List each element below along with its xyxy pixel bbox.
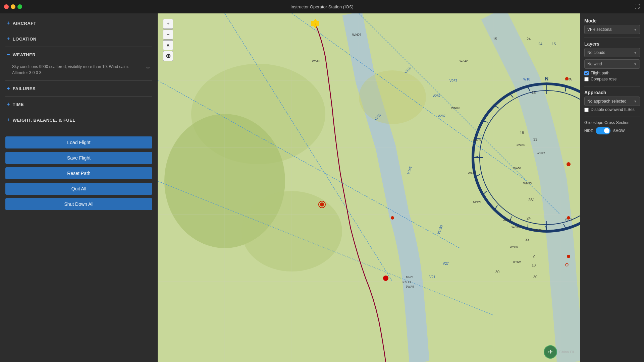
locate-button[interactable]: A	[163, 40, 173, 50]
glideslope-section: Glideslope Cross Section HIDE SHOW	[584, 120, 640, 134]
panel-divider-3	[584, 117, 640, 117]
svg-text:N: N	[545, 76, 548, 81]
failures-expand-icon: +	[7, 85, 10, 92]
weight-expand-icon: +	[7, 117, 10, 123]
svg-text:WN60: WN60	[533, 229, 542, 232]
svg-text:WA59: WA59	[512, 225, 520, 229]
clouds-dropdown[interactable]: No clouds ▼	[584, 48, 640, 57]
svg-text:V27: V27	[443, 262, 449, 265]
load-flight-button[interactable]: Load Flight	[5, 136, 152, 148]
hide-label: HIDE	[584, 129, 593, 133]
watermark-icon: ✈	[544, 345, 557, 359]
close-button[interactable]	[4, 4, 9, 9]
svg-rect-52	[311, 21, 319, 26]
svg-text:30: 30	[533, 275, 537, 279]
reset-path-button[interactable]: Reset Path	[5, 167, 152, 179]
sidebar-item-failures[interactable]: + FAILURES	[5, 83, 152, 94]
divider-aircraft	[5, 31, 152, 31]
weather-edit-icon[interactable]: ✏	[146, 64, 151, 72]
watermark-text: China Fli...	[559, 350, 577, 354]
map-area[interactable]: N 24 15	[158, 13, 580, 362]
sidebar-item-location[interactable]: + LOCATION	[5, 33, 152, 45]
location-expand-icon: +	[7, 36, 10, 42]
svg-text:24: 24	[538, 42, 542, 46]
mode-value: VFR sectional	[587, 27, 612, 32]
svg-text:WA42: WA42	[460, 59, 468, 63]
wind-dropdown[interactable]: No wind ▼	[584, 59, 640, 69]
map-canvas[interactable]: N 24 15	[158, 13, 580, 362]
save-flight-button[interactable]: Save Flight	[5, 152, 152, 164]
mode-dropdown[interactable]: VFR sectional ▼	[584, 25, 640, 34]
zoom-in-button[interactable]: +	[163, 19, 173, 29]
svg-text:18: 18	[520, 131, 524, 135]
expand-icon[interactable]: ⛶	[635, 4, 640, 10]
show-label: SHOW	[613, 129, 625, 133]
compass-rose-label: Compass rose	[591, 77, 616, 81]
svg-text:2WA4: 2WA4	[517, 143, 525, 146]
sidebar-item-time[interactable]: + TIME	[5, 99, 152, 110]
svg-text:24: 24	[527, 216, 531, 220]
wind-dropdown-arrow: ▼	[634, 62, 637, 66]
sidebar-item-weight[interactable]: + WEIGHT, BALANCE, & FUEL	[5, 114, 152, 126]
glideslope-toggle[interactable]	[596, 127, 610, 134]
time-expand-icon: +	[7, 101, 10, 107]
svg-text:MNC: MNC	[406, 276, 413, 279]
svg-text:KPWT: KPWT	[473, 200, 482, 203]
zoom-out-button[interactable]: −	[163, 29, 173, 40]
panel-divider-2	[584, 86, 640, 86]
svg-text:9WA9: 9WA9	[406, 285, 414, 288]
approach-dropdown[interactable]: No approach selected ▼	[584, 97, 640, 106]
weather-text: Sky conditions 9900 scattered, visibilit…	[12, 64, 146, 76]
flight-path-label: Flight path	[591, 71, 609, 75]
svg-text:15: 15	[552, 42, 556, 46]
disable-ils-checkbox[interactable]	[584, 108, 589, 112]
shut-down-all-button[interactable]: Shut Down All	[5, 198, 152, 210]
svg-point-103	[567, 255, 570, 258]
divider-weight	[5, 128, 152, 128]
svg-point-101	[567, 162, 571, 166]
weather-label: WEATHER	[13, 52, 36, 57]
svg-text:WN21: WN21	[352, 33, 362, 37]
svg-text:V21: V21	[429, 275, 435, 279]
compass-rose-checkbox[interactable]	[584, 77, 589, 81]
svg-text:33: 33	[525, 238, 529, 242]
svg-text:W10: W10	[523, 77, 530, 81]
svg-point-4	[359, 70, 426, 124]
sidebar-item-aircraft[interactable]: + AIRCRAFT	[5, 17, 152, 29]
mode-section: Mode VFR sectional ▼	[584, 18, 640, 34]
compass-rose-checkbox-row: Compass rose	[584, 77, 640, 81]
svg-point-102	[567, 216, 570, 220]
quit-all-button[interactable]: Quit All	[5, 183, 152, 195]
window-controls	[4, 4, 22, 9]
svg-point-100	[565, 77, 569, 80]
svg-text:V267: V267	[449, 79, 458, 83]
maximize-button[interactable]	[17, 4, 22, 9]
weather-expand-icon: −	[7, 52, 10, 58]
disable-ils-row: Disable downwind ILSes	[584, 107, 640, 112]
wind-value: No wind	[587, 62, 602, 66]
glideslope-title: Glideslope Cross Section	[584, 120, 640, 125]
approach-title: Approach	[584, 90, 640, 95]
titlebar: Instructor Operator Station (IOS) ⛶	[0, 0, 644, 13]
glideslope-toggle-row: HIDE SHOW	[584, 127, 640, 134]
svg-text:33: 33	[533, 137, 537, 141]
failures-label: FAILURES	[13, 86, 36, 91]
action-buttons: Load Flight Save Flight Reset Path Quit …	[5, 135, 152, 211]
map-controls: + − A ⊕	[163, 19, 173, 61]
svg-text:0: 0	[533, 255, 535, 259]
window-title: Instructor Operator Station (IOS)	[290, 4, 354, 9]
flight-path-checkbox[interactable]	[584, 71, 589, 75]
weather-content: Sky conditions 9900 scattered, visibilit…	[5, 62, 152, 78]
svg-text:4WA9: 4WA9	[503, 219, 511, 222]
layers-button[interactable]: ⊕	[163, 51, 173, 61]
sidebar-item-weather[interactable]: − WEATHER	[5, 49, 152, 60]
watermark: ✈ China Fli...	[544, 345, 577, 359]
svg-text:WA46: WA46	[312, 59, 320, 63]
svg-text:WN8x: WN8x	[510, 245, 518, 249]
flight-path-checkbox-row: Flight path	[584, 71, 640, 75]
svg-text:WA56: WA56	[468, 172, 476, 175]
svg-text:WN93: WN93	[523, 182, 532, 185]
mode-dropdown-arrow: ▼	[634, 28, 637, 32]
minimize-button[interactable]	[11, 4, 15, 9]
svg-text:15: 15	[493, 37, 497, 41]
